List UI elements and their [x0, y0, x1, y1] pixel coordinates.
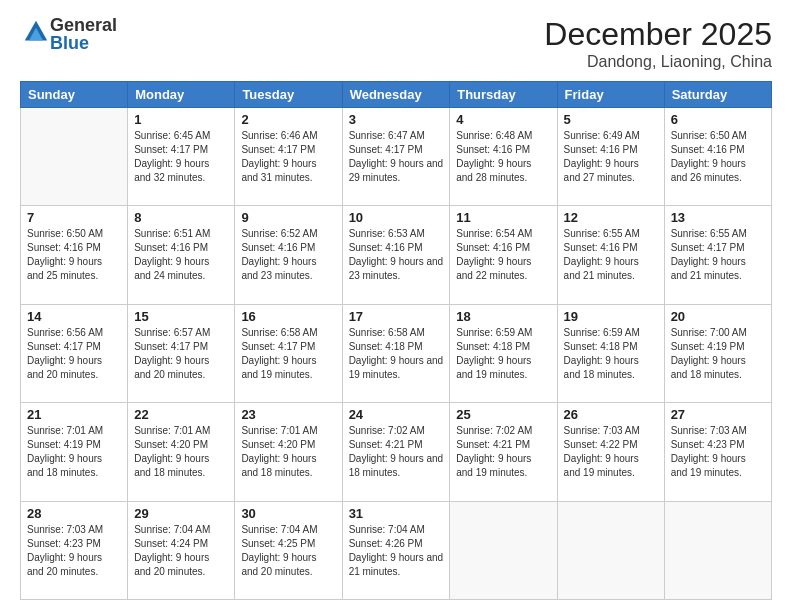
calendar-cell: 13Sunrise: 6:55 AM Sunset: 4:17 PM Dayli… — [664, 206, 771, 304]
calendar-cell: 12Sunrise: 6:55 AM Sunset: 4:16 PM Dayli… — [557, 206, 664, 304]
calendar-cell — [557, 501, 664, 599]
calendar-cell: 23Sunrise: 7:01 AM Sunset: 4:20 PM Dayli… — [235, 403, 342, 501]
calendar-cell: 11Sunrise: 6:54 AM Sunset: 4:16 PM Dayli… — [450, 206, 557, 304]
month-title: December 2025 — [544, 16, 772, 53]
cell-info: Sunrise: 6:52 AM Sunset: 4:16 PM Dayligh… — [241, 227, 335, 283]
cell-info: Sunrise: 6:58 AM Sunset: 4:17 PM Dayligh… — [241, 326, 335, 382]
day-number: 12 — [564, 210, 658, 225]
cell-info: Sunrise: 6:48 AM Sunset: 4:16 PM Dayligh… — [456, 129, 550, 185]
day-number: 2 — [241, 112, 335, 127]
day-number: 31 — [349, 506, 444, 521]
cell-info: Sunrise: 6:51 AM Sunset: 4:16 PM Dayligh… — [134, 227, 228, 283]
calendar-cell: 21Sunrise: 7:01 AM Sunset: 4:19 PM Dayli… — [21, 403, 128, 501]
day-number: 30 — [241, 506, 335, 521]
day-number: 6 — [671, 112, 765, 127]
calendar-cell: 19Sunrise: 6:59 AM Sunset: 4:18 PM Dayli… — [557, 304, 664, 402]
day-number: 24 — [349, 407, 444, 422]
cell-info: Sunrise: 6:47 AM Sunset: 4:17 PM Dayligh… — [349, 129, 444, 185]
weekday-header: Thursday — [450, 82, 557, 108]
weekday-header: Friday — [557, 82, 664, 108]
weekday-header: Wednesday — [342, 82, 450, 108]
cell-info: Sunrise: 6:49 AM Sunset: 4:16 PM Dayligh… — [564, 129, 658, 185]
calendar-cell: 17Sunrise: 6:58 AM Sunset: 4:18 PM Dayli… — [342, 304, 450, 402]
calendar-week-row: 7Sunrise: 6:50 AM Sunset: 4:16 PM Daylig… — [21, 206, 772, 304]
cell-info: Sunrise: 7:02 AM Sunset: 4:21 PM Dayligh… — [456, 424, 550, 480]
cell-info: Sunrise: 7:04 AM Sunset: 4:26 PM Dayligh… — [349, 523, 444, 579]
day-number: 15 — [134, 309, 228, 324]
calendar-cell: 29Sunrise: 7:04 AM Sunset: 4:24 PM Dayli… — [128, 501, 235, 599]
cell-info: Sunrise: 6:56 AM Sunset: 4:17 PM Dayligh… — [27, 326, 121, 382]
calendar-cell: 8Sunrise: 6:51 AM Sunset: 4:16 PM Daylig… — [128, 206, 235, 304]
day-number: 8 — [134, 210, 228, 225]
calendar-cell: 5Sunrise: 6:49 AM Sunset: 4:16 PM Daylig… — [557, 108, 664, 206]
day-number: 11 — [456, 210, 550, 225]
cell-info: Sunrise: 6:45 AM Sunset: 4:17 PM Dayligh… — [134, 129, 228, 185]
calendar-cell: 26Sunrise: 7:03 AM Sunset: 4:22 PM Dayli… — [557, 403, 664, 501]
calendar-body: 1Sunrise: 6:45 AM Sunset: 4:17 PM Daylig… — [21, 108, 772, 600]
day-number: 1 — [134, 112, 228, 127]
calendar-cell: 27Sunrise: 7:03 AM Sunset: 4:23 PM Dayli… — [664, 403, 771, 501]
cell-info: Sunrise: 7:01 AM Sunset: 4:19 PM Dayligh… — [27, 424, 121, 480]
cell-info: Sunrise: 7:04 AM Sunset: 4:24 PM Dayligh… — [134, 523, 228, 579]
cell-info: Sunrise: 6:55 AM Sunset: 4:16 PM Dayligh… — [564, 227, 658, 283]
logo-general: General — [50, 16, 117, 34]
calendar-cell: 4Sunrise: 6:48 AM Sunset: 4:16 PM Daylig… — [450, 108, 557, 206]
calendar-cell: 31Sunrise: 7:04 AM Sunset: 4:26 PM Dayli… — [342, 501, 450, 599]
day-number: 3 — [349, 112, 444, 127]
location-title: Dandong, Liaoning, China — [544, 53, 772, 71]
calendar-cell: 22Sunrise: 7:01 AM Sunset: 4:20 PM Dayli… — [128, 403, 235, 501]
weekday-header-row: SundayMondayTuesdayWednesdayThursdayFrid… — [21, 82, 772, 108]
cell-info: Sunrise: 6:59 AM Sunset: 4:18 PM Dayligh… — [456, 326, 550, 382]
cell-info: Sunrise: 6:50 AM Sunset: 4:16 PM Dayligh… — [27, 227, 121, 283]
calendar-cell: 18Sunrise: 6:59 AM Sunset: 4:18 PM Dayli… — [450, 304, 557, 402]
day-number: 4 — [456, 112, 550, 127]
calendar-cell: 30Sunrise: 7:04 AM Sunset: 4:25 PM Dayli… — [235, 501, 342, 599]
calendar-cell — [21, 108, 128, 206]
day-number: 26 — [564, 407, 658, 422]
day-number: 16 — [241, 309, 335, 324]
calendar-week-row: 14Sunrise: 6:56 AM Sunset: 4:17 PM Dayli… — [21, 304, 772, 402]
cell-info: Sunrise: 6:59 AM Sunset: 4:18 PM Dayligh… — [564, 326, 658, 382]
weekday-header: Sunday — [21, 82, 128, 108]
header: General Blue December 2025 Dandong, Liao… — [20, 16, 772, 71]
calendar-week-row: 28Sunrise: 7:03 AM Sunset: 4:23 PM Dayli… — [21, 501, 772, 599]
logo: General Blue — [20, 16, 117, 52]
weekday-header: Monday — [128, 82, 235, 108]
day-number: 18 — [456, 309, 550, 324]
day-number: 7 — [27, 210, 121, 225]
weekday-header: Saturday — [664, 82, 771, 108]
day-number: 17 — [349, 309, 444, 324]
calendar-cell: 25Sunrise: 7:02 AM Sunset: 4:21 PM Dayli… — [450, 403, 557, 501]
day-number: 29 — [134, 506, 228, 521]
day-number: 13 — [671, 210, 765, 225]
cell-info: Sunrise: 6:57 AM Sunset: 4:17 PM Dayligh… — [134, 326, 228, 382]
logo-blue: Blue — [50, 34, 117, 52]
calendar-cell: 16Sunrise: 6:58 AM Sunset: 4:17 PM Dayli… — [235, 304, 342, 402]
calendar-table: SundayMondayTuesdayWednesdayThursdayFrid… — [20, 81, 772, 600]
cell-info: Sunrise: 7:03 AM Sunset: 4:22 PM Dayligh… — [564, 424, 658, 480]
cell-info: Sunrise: 6:50 AM Sunset: 4:16 PM Dayligh… — [671, 129, 765, 185]
calendar-week-row: 1Sunrise: 6:45 AM Sunset: 4:17 PM Daylig… — [21, 108, 772, 206]
calendar-cell: 24Sunrise: 7:02 AM Sunset: 4:21 PM Dayli… — [342, 403, 450, 501]
calendar-cell: 28Sunrise: 7:03 AM Sunset: 4:23 PM Dayli… — [21, 501, 128, 599]
day-number: 5 — [564, 112, 658, 127]
weekday-header: Tuesday — [235, 82, 342, 108]
cell-info: Sunrise: 7:01 AM Sunset: 4:20 PM Dayligh… — [134, 424, 228, 480]
title-block: December 2025 Dandong, Liaoning, China — [544, 16, 772, 71]
calendar-cell: 20Sunrise: 7:00 AM Sunset: 4:19 PM Dayli… — [664, 304, 771, 402]
cell-info: Sunrise: 7:04 AM Sunset: 4:25 PM Dayligh… — [241, 523, 335, 579]
cell-info: Sunrise: 6:53 AM Sunset: 4:16 PM Dayligh… — [349, 227, 444, 283]
calendar-cell: 1Sunrise: 6:45 AM Sunset: 4:17 PM Daylig… — [128, 108, 235, 206]
cell-info: Sunrise: 7:03 AM Sunset: 4:23 PM Dayligh… — [671, 424, 765, 480]
logo-icon — [22, 18, 50, 46]
calendar-cell: 6Sunrise: 6:50 AM Sunset: 4:16 PM Daylig… — [664, 108, 771, 206]
day-number: 22 — [134, 407, 228, 422]
day-number: 25 — [456, 407, 550, 422]
day-number: 23 — [241, 407, 335, 422]
day-number: 27 — [671, 407, 765, 422]
calendar-cell: 14Sunrise: 6:56 AM Sunset: 4:17 PM Dayli… — [21, 304, 128, 402]
cell-info: Sunrise: 7:02 AM Sunset: 4:21 PM Dayligh… — [349, 424, 444, 480]
day-number: 21 — [27, 407, 121, 422]
cell-info: Sunrise: 7:03 AM Sunset: 4:23 PM Dayligh… — [27, 523, 121, 579]
calendar-cell: 7Sunrise: 6:50 AM Sunset: 4:16 PM Daylig… — [21, 206, 128, 304]
